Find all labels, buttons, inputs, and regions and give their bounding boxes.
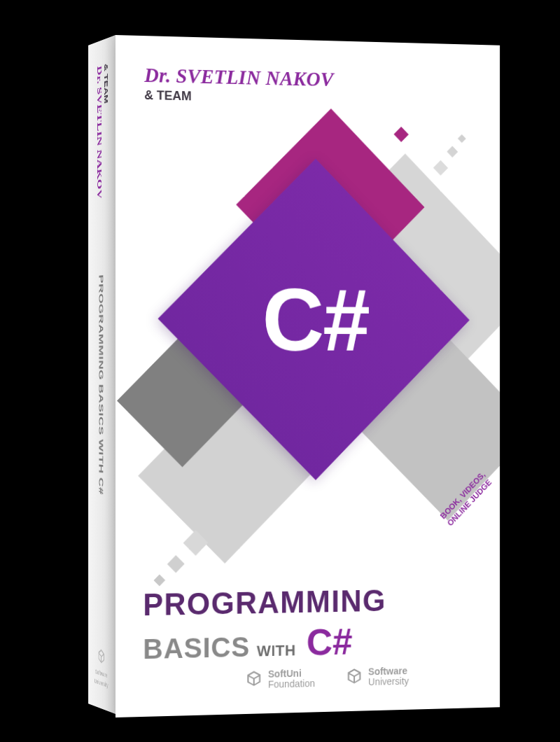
title-language: C# xyxy=(307,620,353,663)
publisher-logos: SoftUni Foundation Software University xyxy=(245,666,409,690)
spine-title: PROGRAMMING BASICS WITH C# xyxy=(97,274,104,496)
decor-diamond xyxy=(154,575,166,587)
decor-diamond xyxy=(447,146,458,158)
decor-diamond xyxy=(458,134,466,143)
book-front-cover: Dr. SVETLIN NAKOV & TEAM C# BOOK, VIDEOS… xyxy=(115,35,500,718)
cube-icon xyxy=(245,669,262,690)
logo-software-university: Software University xyxy=(346,666,409,688)
author-block: Dr. SVETLIN NAKOV & TEAM xyxy=(144,64,333,107)
spine-team: & TEAM xyxy=(104,62,109,104)
logo-line2: University xyxy=(368,676,409,687)
cube-icon xyxy=(346,667,363,688)
spine-publisher-logo: Software University xyxy=(93,645,109,690)
logo-line2: Foundation xyxy=(268,678,315,690)
spine-author: Dr. SVETLIN NAKOV xyxy=(96,64,103,200)
title-basics: BASICS xyxy=(143,631,250,665)
decor-diamond xyxy=(433,160,448,176)
author-team: & TEAM xyxy=(144,88,333,107)
centerpiece-language: C# xyxy=(204,204,425,434)
cube-icon xyxy=(93,645,109,670)
main-title: PROGRAMMING BASICS WITH C# xyxy=(143,582,484,667)
title-row1: PROGRAMMING xyxy=(143,582,484,622)
title-with: WITH xyxy=(257,642,296,661)
author-name: Dr. SVETLIN NAKOV xyxy=(144,64,333,91)
decor-diamond xyxy=(167,555,185,573)
book-spine: Dr. SVETLIN NAKOV & TEAM PROGRAMMING BAS… xyxy=(88,35,115,714)
decor-diamond-magenta xyxy=(394,127,409,142)
logo-softuni-foundation: SoftUni Foundation xyxy=(245,668,315,690)
